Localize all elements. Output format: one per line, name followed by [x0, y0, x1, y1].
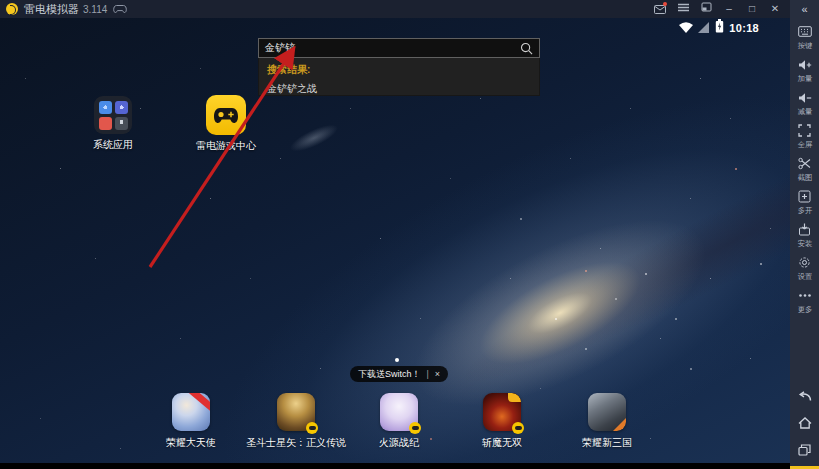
dock-app-rongyao-datianshi[interactable]: 荣耀大天使 — [166, 393, 216, 450]
promo-text: 下载送Switch！ — [358, 368, 421, 381]
volume-up-icon — [798, 58, 812, 71]
corner-flag-badge — [613, 418, 626, 431]
mini-app-icon — [99, 101, 112, 114]
sidebar-item-install-apk[interactable]: 安装 — [790, 223, 819, 249]
android-desktop: 10:18 金铲铲 搜索结果: 金铲铲之战 系统应用 — [0, 18, 790, 466]
battery-icon — [715, 19, 724, 37]
titlebar-controls: – □ ✕ — [653, 0, 784, 18]
sidebar-item-fullscreen[interactable]: 全屏 — [790, 124, 819, 150]
maximize-button[interactable]: □ — [745, 0, 759, 18]
sidebar-item-screenshot[interactable]: 截图 — [790, 157, 819, 183]
volume-down-icon — [798, 91, 812, 104]
corner-tag-badge — [508, 393, 521, 402]
mini-app-icon — [115, 117, 128, 130]
search-results-label: 搜索结果: — [267, 63, 531, 77]
close-button[interactable]: ✕ — [768, 0, 782, 18]
fullscreen-icon — [798, 124, 811, 137]
status-cluster: 10:18 — [679, 21, 759, 35]
bottom-strip — [0, 463, 790, 466]
sidebar-item-label: 安装 — [797, 238, 812, 248]
gear-icon — [798, 256, 811, 269]
mail-icon[interactable] — [653, 2, 667, 16]
app-icon — [380, 393, 418, 431]
sidebar-item-label: 减量 — [797, 106, 812, 116]
search-input[interactable]: 金铲铲 — [258, 38, 540, 58]
app-icon — [277, 393, 315, 431]
dock-app-rongyao-xin-sanguo[interactable]: 荣耀新三国 — [582, 393, 632, 450]
app-icon — [588, 393, 626, 431]
dock-app-zhanmo-wushuang[interactable]: 斩魔无双 — [482, 393, 522, 450]
sidebar-item-settings[interactable]: 设置 — [790, 256, 819, 282]
promo-tooltip[interactable]: 下载送Switch！ | × — [350, 366, 448, 382]
sidebar-item-volume-down[interactable]: 减量 — [790, 91, 819, 117]
sidebar-item-label: 按键 — [797, 40, 812, 50]
sidebar-item-label: 设置 — [797, 271, 812, 281]
menu-icon[interactable] — [676, 0, 690, 18]
search-query-text: 金铲铲 — [265, 41, 520, 55]
collapse-sidebar-button[interactable]: « — [790, 0, 819, 18]
app-icon — [483, 393, 521, 431]
sidebar-item-multi-instance[interactable]: 多开 — [790, 190, 819, 216]
scissors-icon — [798, 157, 811, 170]
app-label: 斩魔无双 — [482, 436, 522, 450]
wifi-icon — [679, 19, 693, 37]
desktop-icon-label: 雷电游戏中心 — [196, 139, 256, 153]
sidebar-item-label: 截图 — [797, 172, 812, 182]
sidebar-item-more[interactable]: 更多 — [790, 289, 819, 315]
ldplayer-logo-icon — [6, 3, 18, 15]
sidebar-item-label: 多开 — [797, 205, 812, 215]
app-icon — [172, 393, 210, 431]
wallpaper-mini-galaxy — [287, 120, 341, 156]
wallpaper-stars-bright — [0, 18, 2, 20]
search-result-item[interactable]: 金铲铲之战 — [267, 82, 531, 96]
app-label: 荣耀新三国 — [582, 436, 632, 450]
sidebar-item-label: 加量 — [797, 73, 812, 83]
app-label: 圣斗士星矢：正义传说 — [246, 436, 346, 450]
dock-app-shengdoushi[interactable]: 圣斗士星矢：正义传说 — [246, 393, 346, 450]
mini-app-icon — [99, 117, 112, 130]
promo-divider: | — [427, 369, 429, 379]
sidebar-item-label: 更多 — [797, 304, 812, 314]
search-results-dropdown: 搜索结果: 金铲铲之战 — [258, 58, 540, 96]
boss-key-icon[interactable] — [699, 0, 713, 18]
window-title: 雷电模拟器 — [24, 2, 79, 17]
notification-dot — [663, 2, 667, 6]
toolbar-sidebar: « 按键 加量 减量 全屏 — [790, 0, 819, 469]
sidebar-item-volume-up[interactable]: 加量 — [790, 58, 819, 84]
install-apk-icon — [798, 223, 811, 236]
back-button[interactable] — [797, 388, 812, 406]
ld-game-center-icon — [206, 95, 246, 135]
sidebar-item-label: 全屏 — [797, 139, 812, 149]
app-label: 荣耀大天使 — [166, 436, 216, 450]
cell-signal-icon — [698, 19, 710, 37]
recent-apps-button[interactable] — [798, 442, 811, 460]
hot-ribbon-badge — [187, 393, 210, 413]
emulator-window: 雷电模拟器 3.114 – □ ✕ — [0, 0, 819, 469]
sidebar-item-keymap[interactable]: 按键 — [790, 25, 819, 51]
android-nav-buttons — [790, 388, 819, 460]
gamepad-icon — [113, 4, 127, 14]
desktop-icon-label: 系统应用 — [93, 138, 133, 152]
ld-badge-icon — [409, 422, 421, 434]
page-indicator-dot — [395, 358, 399, 362]
mini-app-icon — [115, 101, 128, 114]
window-version: 3.114 — [83, 4, 107, 15]
desktop-icon-system-apps[interactable]: 系统应用 — [73, 96, 153, 152]
more-dots-icon — [798, 289, 812, 302]
multi-instance-icon — [798, 190, 811, 203]
home-button[interactable] — [798, 415, 812, 433]
promo-close-button[interactable]: × — [435, 369, 440, 379]
ld-badge-icon — [306, 422, 318, 434]
ld-badge-icon — [512, 422, 524, 434]
desktop-icon-ld-game-center[interactable]: 雷电游戏中心 — [186, 95, 266, 153]
clock: 10:18 — [729, 22, 759, 34]
minimize-button[interactable]: – — [722, 0, 736, 18]
search-icon[interactable] — [520, 42, 533, 55]
dock-app-huoyuan-zhanji[interactable]: 火源战纪 — [379, 393, 419, 450]
system-apps-folder-icon — [94, 96, 132, 134]
app-label: 火源战纪 — [379, 436, 419, 450]
titlebar: 雷电模拟器 3.114 – □ ✕ — [0, 0, 790, 18]
keymap-icon — [798, 25, 812, 38]
